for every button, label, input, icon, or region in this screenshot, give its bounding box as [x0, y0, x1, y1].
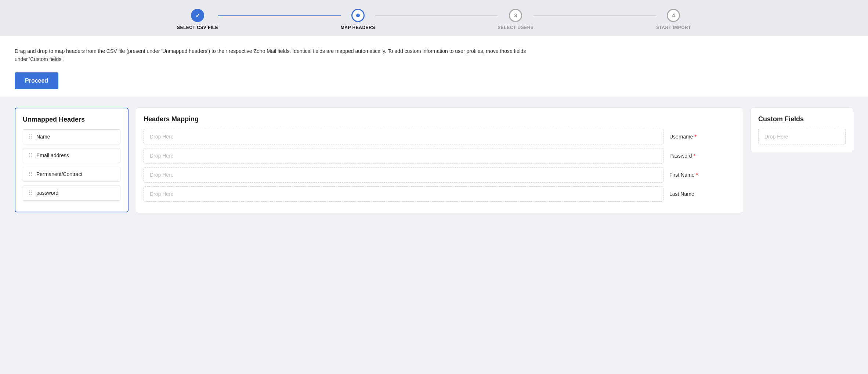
drop-zone-lastname[interactable]: Drop Here: [144, 186, 663, 202]
list-item[interactable]: ⠿ Permanent/Contract: [23, 167, 120, 182]
step-4-circle: 4: [667, 9, 680, 22]
step-3-number: 3: [514, 12, 517, 18]
step-3-circle: 3: [509, 9, 522, 22]
drag-handle-icon: ⠿: [28, 171, 33, 178]
drop-zone-password[interactable]: Drop Here: [144, 148, 663, 163]
custom-drop-zone[interactable]: Drop Here: [758, 129, 846, 144]
unmapped-headers-panel: Unmapped Headers ⠿ Name ⠿ Email address …: [15, 108, 129, 212]
proceed-button[interactable]: Proceed: [15, 72, 58, 89]
line-1-2: [218, 15, 341, 16]
field-label-username: Username *: [669, 134, 735, 140]
step-1-label: SELECT CSV FILE: [177, 25, 218, 30]
list-item[interactable]: ⠿ Name: [23, 129, 120, 144]
drop-zone-firstname[interactable]: Drop Here: [144, 167, 663, 183]
headers-mapping-title: Headers Mapping: [144, 115, 735, 123]
drag-handle-icon: ⠿: [28, 190, 33, 197]
check-icon: [195, 12, 200, 19]
mapping-row-username: Drop Here Username *: [144, 129, 735, 144]
step-4: 4 START IMPORT: [656, 9, 691, 30]
unmapped-headers-title: Unmapped Headers: [23, 116, 120, 123]
step-2: MAP HEADERS: [341, 9, 375, 30]
step-2-dot: [356, 14, 360, 17]
line-3-4: [534, 15, 656, 16]
field-label-lastname: Last Name: [669, 191, 735, 197]
unmapped-item-label: Name: [36, 134, 50, 140]
unmapped-item-label: Permanent/Contract: [36, 171, 82, 177]
drag-handle-icon: ⠿: [28, 133, 33, 140]
mapping-row-lastname: Drop Here Last Name: [144, 186, 735, 202]
custom-fields-panel: Custom Fields Drop Here: [751, 108, 853, 152]
content-area: Drag and drop to map headers from the CS…: [0, 36, 868, 97]
drag-handle-icon: ⠿: [28, 152, 33, 159]
mapping-row-password: Drop Here Password *: [144, 148, 735, 163]
required-star: *: [693, 153, 695, 159]
required-star: *: [695, 134, 697, 140]
list-item[interactable]: ⠿ Email address: [23, 148, 120, 163]
step-4-number: 4: [672, 12, 675, 18]
custom-fields-title: Custom Fields: [758, 115, 846, 123]
field-label-firstname: First Name *: [669, 172, 735, 178]
step-1-circle: [191, 9, 204, 22]
step-1: SELECT CSV FILE: [177, 9, 218, 30]
step-3: 3 SELECT USERS: [498, 9, 534, 30]
drop-zone-username[interactable]: Drop Here: [144, 129, 663, 144]
step-4-label: START IMPORT: [656, 25, 691, 30]
columns-area: Unmapped Headers ⠿ Name ⠿ Email address …: [0, 97, 868, 224]
step-2-circle: [351, 9, 365, 22]
required-star: *: [696, 172, 698, 178]
headers-mapping-panel: Headers Mapping Drop Here Username * Dro…: [136, 108, 743, 213]
step-3-label: SELECT USERS: [498, 25, 534, 30]
list-item[interactable]: ⠿ password: [23, 186, 120, 201]
unmapped-item-label: Email address: [36, 152, 69, 158]
mapping-row-firstname: Drop Here First Name *: [144, 167, 735, 183]
line-2-3: [375, 15, 498, 16]
field-label-password: Password *: [669, 153, 735, 159]
stepper: SELECT CSV FILE MAP HEADERS 3 SELECT USE…: [177, 9, 691, 30]
stepper-bar: SELECT CSV FILE MAP HEADERS 3 SELECT USE…: [0, 0, 868, 36]
unmapped-item-label: password: [36, 190, 58, 196]
step-2-label: MAP HEADERS: [341, 25, 375, 30]
description-text: Drag and drop to map headers from the CS…: [15, 47, 529, 64]
